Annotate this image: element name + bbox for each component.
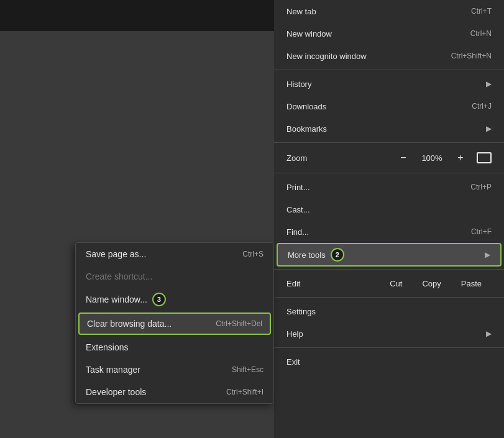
- menu-item-new-window[interactable]: New window Ctrl+N: [274, 22, 504, 45]
- zoom-value: 100%: [419, 153, 444, 163]
- submenu-item-developer-tools[interactable]: Developer tools Ctrl+Shift+I: [76, 381, 273, 403]
- annotation-badge-2: 2: [331, 248, 344, 262]
- annotation-badge-3: 3: [152, 293, 166, 306]
- submenu-item-create-shortcut: Create shortcut...: [76, 265, 273, 288]
- menu-item-downloads[interactable]: Downloads Ctrl+J: [274, 95, 504, 117]
- more-tools-submenu: Save page as... Ctrl+S Create shortcut..…: [75, 242, 274, 404]
- zoom-out-button[interactable]: −: [395, 149, 412, 167]
- menu-item-find[interactable]: Find... Ctrl+F: [274, 221, 504, 243]
- zoom-controls: − 100% +: [395, 149, 492, 167]
- submenu-item-extensions[interactable]: Extensions: [76, 336, 273, 358]
- menu-item-help[interactable]: Help ▶: [274, 322, 504, 345]
- bookmarks-arrow: ▶: [486, 124, 492, 133]
- help-arrow: ▶: [486, 329, 492, 338]
- divider-5: [274, 297, 504, 298]
- edit-actions: Cut Copy Paste: [380, 276, 492, 291]
- edit-row: Edit Cut Copy Paste: [274, 272, 504, 294]
- menu-item-more-tools[interactable]: More tools 2 ▶: [277, 243, 502, 267]
- zoom-row: Zoom − 100% +: [274, 145, 504, 170]
- menu-item-settings[interactable]: Settings: [274, 300, 504, 322]
- submenu-item-task-manager[interactable]: Task manager Shift+Esc: [76, 358, 273, 381]
- divider-6: [274, 347, 504, 348]
- history-arrow: ▶: [486, 80, 492, 88]
- divider-3: [274, 173, 504, 173]
- zoom-in-button[interactable]: +: [452, 149, 469, 167]
- menu-item-history[interactable]: History ▶: [274, 73, 504, 95]
- copy-button[interactable]: Copy: [412, 276, 451, 291]
- divider-1: [274, 70, 504, 70]
- menu-item-cast[interactable]: Cast...: [274, 198, 504, 221]
- divider-4: [274, 269, 504, 270]
- divider-2: [274, 142, 504, 143]
- menu-item-new-incognito[interactable]: New incognito window Ctrl+Shift+N: [274, 45, 504, 67]
- submenu-item-save-page[interactable]: Save page as... Ctrl+S: [76, 243, 273, 265]
- menu-item-exit[interactable]: Exit: [274, 350, 504, 373]
- fullscreen-button[interactable]: [477, 152, 492, 163]
- submenu-item-clear-browsing[interactable]: Clear browsing data... Ctrl+Shift+Del: [78, 313, 271, 335]
- submenu-item-name-window[interactable]: Name window... 3: [76, 288, 273, 311]
- paste-button[interactable]: Paste: [451, 276, 492, 291]
- cut-button[interactable]: Cut: [380, 276, 412, 291]
- chrome-menu: New tab Ctrl+T New window Ctrl+N New inc…: [274, 0, 504, 438]
- more-tools-arrow: ▶: [485, 250, 490, 259]
- menu-item-print[interactable]: Print... Ctrl+P: [274, 176, 504, 198]
- menu-item-bookmarks[interactable]: Bookmarks ▶: [274, 117, 504, 140]
- menu-item-new-tab[interactable]: New tab Ctrl+T: [274, 0, 504, 22]
